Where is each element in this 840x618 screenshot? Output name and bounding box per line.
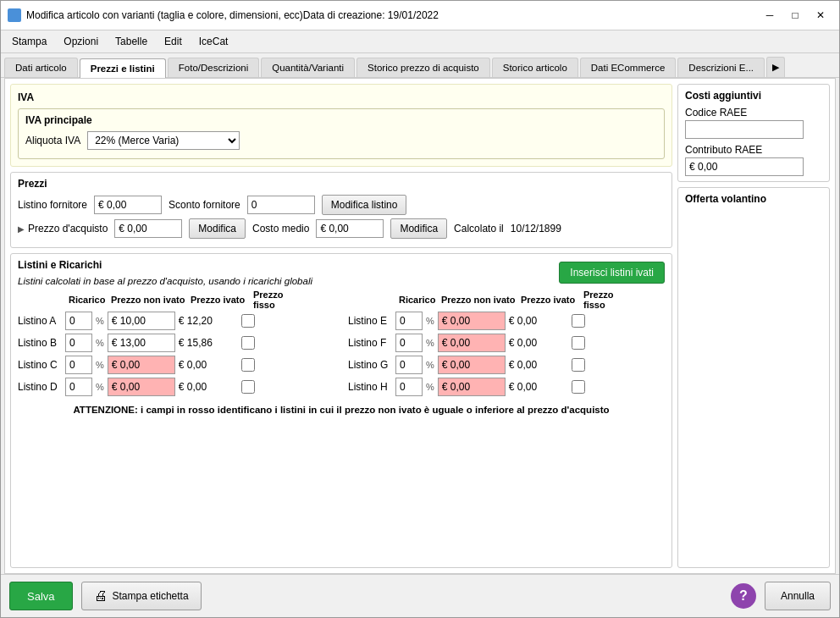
listino-b-label: Listino B <box>18 337 62 349</box>
menu-stampa[interactable]: Stampa <box>4 32 54 51</box>
listino-c-ricarico[interactable] <box>65 356 92 374</box>
listino-a-ricarico[interactable] <box>65 312 92 330</box>
contributo-raee-label: Contributo RAEE <box>685 144 822 156</box>
listino-e-ivato: € 0,00 <box>509 315 568 327</box>
tab-quantita-varianti[interactable]: Quantità/Varianti <box>261 58 355 77</box>
warning-text: ATTENZIONE: i campi in rosso identifican… <box>18 405 665 415</box>
tab-storico-acquisto[interactable]: Storico prezzo di acquisto <box>356 58 490 77</box>
listino-g-ricarico[interactable] <box>395 356 423 374</box>
window-title: Modifica articolo con varianti (taglia e… <box>26 9 439 21</box>
listino-e-label: Listino E <box>348 315 392 327</box>
listino-b-fisso[interactable] <box>241 336 255 350</box>
costi-title: Costi aggiuntivi <box>685 90 822 102</box>
titlebar-controls: ─ □ ✕ <box>758 6 832 25</box>
listino-c-price[interactable] <box>108 356 175 374</box>
tab-scroll-arrow[interactable]: ▶ <box>766 57 785 77</box>
listino-e-fisso[interactable] <box>572 314 585 328</box>
menu-opzioni[interactable]: Opzioni <box>56 32 106 51</box>
modifica-listino-button[interactable]: Modifica listino <box>322 195 407 215</box>
offerta-title: Offerta volantino <box>685 193 822 205</box>
inserisci-listini-button[interactable]: Inserisci listini ivati <box>559 262 665 284</box>
listino-b-pct: % <box>96 338 104 348</box>
aliquota-row: Aliquota IVA 22% (Merce Varia) <box>25 131 657 150</box>
listino-h-ricarico[interactable] <box>395 378 423 396</box>
costo-medio-label: Costo medio <box>252 223 309 235</box>
costi-box: Costi aggiuntivi Codice RAEE Contributo … <box>677 84 830 182</box>
listino-e-price[interactable] <box>438 312 506 330</box>
listino-a-fisso[interactable] <box>241 314 255 328</box>
listino-b-ricarico[interactable] <box>65 334 92 352</box>
titlebar-left: Modifica articolo con varianti (taglia e… <box>8 8 439 22</box>
menu-tabelle[interactable]: Tabelle <box>108 32 155 51</box>
minimize-button[interactable]: ─ <box>758 6 782 25</box>
modifica-button[interactable]: Modifica <box>189 218 246 239</box>
tab-dati-ecommerce[interactable]: Dati ECommerce <box>580 58 677 77</box>
listino-g-label: Listino G <box>348 359 392 371</box>
prezzi-section: Prezzi Listino fornitore Sconto fornitor… <box>10 172 672 248</box>
ricarico-header-right: Ricarico <box>399 295 426 305</box>
tab-foto-descrizioni[interactable]: Foto/Descrizioni <box>168 58 259 77</box>
listino-f-ricarico[interactable] <box>395 334 423 352</box>
listino-fornitore-input[interactable] <box>94 196 162 214</box>
listino-f-pct: % <box>426 338 434 348</box>
listini-left: Ricarico Prezzo non ivato Prezzo ivato P… <box>18 290 334 400</box>
listino-c-fisso[interactable] <box>241 358 255 372</box>
listino-h-pct: % <box>426 382 434 392</box>
listino-f-fisso[interactable] <box>572 336 585 350</box>
listino-d-pct: % <box>96 382 104 392</box>
prezzo-non-ivato-header-left: Prezzo non ivato <box>111 295 187 305</box>
right-panel: Costi aggiuntivi Codice RAEE Contributo … <box>677 84 830 568</box>
prezzo-acquisto-input[interactable] <box>114 219 182 238</box>
listino-a-label: Listino A <box>18 315 62 327</box>
prezzo-acquisto-label: Prezzo d'acquisto <box>28 223 108 235</box>
help-button[interactable]: ? <box>731 583 756 609</box>
stampa-button[interactable]: 🖨 Stampa etichetta <box>81 582 202 610</box>
listino-d-price[interactable] <box>108 378 175 396</box>
listino-e-pct: % <box>426 316 434 326</box>
listino-d-ricarico[interactable] <box>65 378 92 396</box>
listino-c-ivato: € 0,00 <box>179 359 238 371</box>
prezzo-non-ivato-header-right: Prezzo non ivato <box>441 295 517 305</box>
listino-d-fisso[interactable] <box>241 380 255 394</box>
modifica2-button[interactable]: Modifica <box>390 218 447 239</box>
close-button[interactable]: ✕ <box>809 6 832 25</box>
maximize-button[interactable]: □ <box>783 6 807 25</box>
listino-a-price[interactable] <box>108 312 175 330</box>
listini-right: Ricarico Prezzo non ivato Prezzo ivato P… <box>348 290 665 400</box>
sconto-fornitore-input[interactable] <box>247 196 315 214</box>
aliquota-select[interactable]: 22% (Merce Varia) <box>87 131 240 150</box>
listino-g-price[interactable] <box>438 356 506 374</box>
menu-icecat[interactable]: IceCat <box>191 32 236 51</box>
listino-row-h: Listino H % € 0,00 <box>348 378 665 396</box>
listino-h-fisso[interactable] <box>572 380 585 394</box>
listino-h-price[interactable] <box>438 378 506 396</box>
arrow-right-icon: ▶ <box>18 224 25 234</box>
tab-descrizioni[interactable]: Descrizioni E... <box>677 58 765 77</box>
sconto-fornitore-label: Sconto fornitore <box>169 199 240 211</box>
salva-button[interactable]: Salva <box>9 582 73 610</box>
offerta-box: Offerta volantino <box>677 187 830 568</box>
listino-d-label: Listino D <box>18 381 62 393</box>
codice-raee-input[interactable] <box>685 120 804 139</box>
prezzo-fisso-header-left: Prezzo fisso <box>253 290 304 310</box>
contributo-raee-input[interactable] <box>685 157 804 176</box>
listino-h-label: Listino H <box>348 381 392 393</box>
tab-storico-articolo[interactable]: Storico articolo <box>492 58 578 77</box>
prezzi-row1: Listino fornitore Sconto fornitore Modif… <box>18 195 665 215</box>
listino-row-d: Listino D % € 0,00 <box>18 378 334 396</box>
iva-section: IVA IVA principale Aliquota IVA 22% (Mer… <box>10 84 672 167</box>
menu-edit[interactable]: Edit <box>157 32 190 51</box>
tab-prezzi-listini[interactable]: Prezzi e listini <box>80 58 166 78</box>
listino-e-ricarico[interactable] <box>395 312 423 330</box>
listino-g-fisso[interactable] <box>572 358 585 372</box>
stampa-label: Stampa etichetta <box>113 590 189 602</box>
tab-dati-articolo[interactable]: Dati articolo <box>4 58 78 77</box>
listino-b-price[interactable] <box>108 334 175 352</box>
annulla-button[interactable]: Annulla <box>765 582 831 610</box>
costo-medio-input[interactable] <box>316 219 384 238</box>
prezzi-title: Prezzi <box>18 178 665 190</box>
listini-header-left: Listini e Ricarichi Listini calcolati in… <box>18 259 312 286</box>
listino-row-b: Listino B % € 15,86 <box>18 334 334 352</box>
listini-section: Listini e Ricarichi Listini calcolati in… <box>10 253 672 568</box>
listino-f-price[interactable] <box>438 334 506 352</box>
